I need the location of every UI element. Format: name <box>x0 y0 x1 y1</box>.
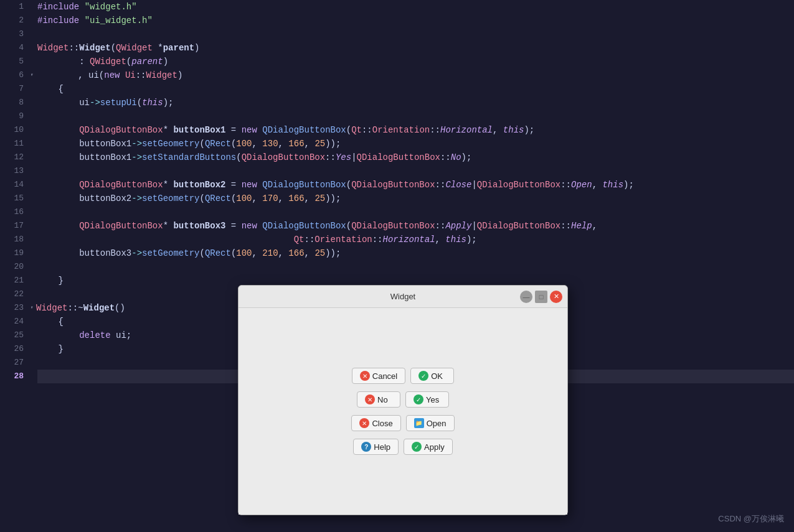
code-line-14: QDialogButtonBox* buttonBox2 = new QDial… <box>37 178 794 192</box>
dialog-title: Widget <box>390 292 415 301</box>
no-button[interactable]: ✕ No <box>357 391 400 408</box>
dialog-controls: — □ ✕ <box>520 291 562 303</box>
line-num-6: 6 <box>0 68 24 82</box>
code-line-15: buttonBox2->setGeometry(QRect(100, 170, … <box>37 192 794 205</box>
line-num-21: 21 <box>0 274 24 287</box>
line-num-11: 11 <box>0 137 24 151</box>
cancel-icon: ✕ <box>360 371 370 381</box>
minimize-button[interactable]: — <box>520 291 532 303</box>
line-num-1: 1 <box>0 0 24 14</box>
line-num-22: 22 <box>0 287 24 301</box>
line-num-7: 7 <box>0 82 24 96</box>
dialog-titlebar: Widget — □ ✕ <box>239 286 567 308</box>
line-num-8: 8 <box>0 96 24 110</box>
ok-label: OK <box>431 371 443 381</box>
no-label: No <box>377 395 388 404</box>
line-num-27: 27 <box>0 356 24 370</box>
line-num-23: 23 <box>0 301 24 315</box>
widget-dialog: Widget — □ ✕ ✕ Cancel ✓ OK ✕ No ✓ <box>238 285 568 515</box>
code-line-18: Qt::Orientation::Horizontal, this); <box>37 233 794 246</box>
code-line-13 <box>37 164 794 178</box>
line-num-5: 5 <box>0 55 24 68</box>
code-line-6: ▾ , ui(new Ui::Widget) <box>37 68 794 82</box>
code-line-4: Widget::Widget(QWidget *parent) <box>37 41 794 55</box>
code-line-12: buttonBox1->setStandardButtons(QDialogBu… <box>37 151 794 164</box>
cancel-label: Cancel <box>372 371 397 381</box>
line-num-20: 20 <box>0 260 24 274</box>
help-label: Help <box>374 442 390 452</box>
close-label: Close <box>372 419 392 428</box>
line-num-17: 17 <box>0 219 24 233</box>
maximize-button[interactable]: □ <box>535 291 547 303</box>
ok-button[interactable]: ✓ OK <box>410 368 454 384</box>
yes-button[interactable]: ✓ Yes <box>405 391 449 408</box>
code-line-9 <box>37 110 794 123</box>
line-num-14: 14 <box>0 178 24 192</box>
line-num-16: 16 <box>0 205 24 219</box>
line-num-2: 2 <box>0 14 24 27</box>
code-line-20 <box>37 260 794 274</box>
line-num-28: 28 <box>0 370 24 383</box>
line-num-10: 10 <box>0 123 24 137</box>
code-line-10: QDialogButtonBox* buttonBox1 = new QDial… <box>37 123 794 137</box>
dialog-body: ✕ Cancel ✓ OK ✕ No ✓ Yes ✕ Close <box>239 308 567 515</box>
code-line-16 <box>37 205 794 219</box>
code-line-7: { <box>37 82 794 96</box>
help-icon: ? <box>361 442 371 452</box>
apply-icon: ✓ <box>412 442 422 452</box>
code-line-17: QDialogButtonBox* buttonBox3 = new QDial… <box>37 219 794 233</box>
no-icon: ✕ <box>365 394 375 404</box>
line-num-4: 4 <box>0 41 24 55</box>
close-button[interactable]: ✕ <box>550 291 562 303</box>
close-icon: ✕ <box>359 418 369 428</box>
close-dialog-button[interactable]: ✕ Close <box>351 415 400 431</box>
cancel-button[interactable]: ✕ Cancel <box>352 368 405 384</box>
line-num-3: 3 <box>0 27 24 41</box>
button-row-1: ✕ Cancel ✓ OK <box>352 368 454 384</box>
line-num-26: 26 <box>0 342 24 356</box>
apply-button[interactable]: ✓ Apply <box>404 439 453 455</box>
line-num-19: 19 <box>0 246 24 260</box>
code-line-2: #include "ui_widget.h" <box>37 14 794 27</box>
button-row-2: ✕ No ✓ Yes <box>357 391 449 408</box>
open-label: Open <box>427 419 447 428</box>
code-line-1: #include "widget.h" <box>37 0 794 14</box>
yes-icon: ✓ <box>414 394 423 404</box>
code-line-11: buttonBox1->setGeometry(QRect(100, 130, … <box>37 137 794 151</box>
apply-label: Apply <box>424 442 445 452</box>
line-num-25: 25 <box>0 329 24 342</box>
line-num-15: 15 <box>0 192 24 205</box>
line-num-12: 12 <box>0 151 24 164</box>
line-numbers: 1 2 3 4 5 6 7 8 9 10 11 12 13 14 15 16 1… <box>0 0 31 532</box>
code-line-3 <box>37 27 794 41</box>
code-line-5: : QWidget(parent) <box>37 55 794 68</box>
help-button[interactable]: ? Help <box>353 439 399 455</box>
code-line-8: ui->setupUi(this); <box>37 96 794 110</box>
watermark: CSDN @万俟淋曦 <box>718 513 784 525</box>
button-row-3: ✕ Close 📁 Open <box>351 415 454 431</box>
line-num-18: 18 <box>0 233 24 246</box>
line-num-9: 9 <box>0 110 24 123</box>
yes-label: Yes <box>426 395 439 404</box>
code-line-19: buttonBox3->setGeometry(QRect(100, 210, … <box>37 246 794 260</box>
ok-icon: ✓ <box>418 371 428 381</box>
open-icon: 📁 <box>414 418 424 428</box>
line-num-13: 13 <box>0 164 24 178</box>
button-row-4: ? Help ✓ Apply <box>353 439 452 455</box>
open-button[interactable]: 📁 Open <box>406 415 455 431</box>
line-num-24: 24 <box>0 315 24 329</box>
